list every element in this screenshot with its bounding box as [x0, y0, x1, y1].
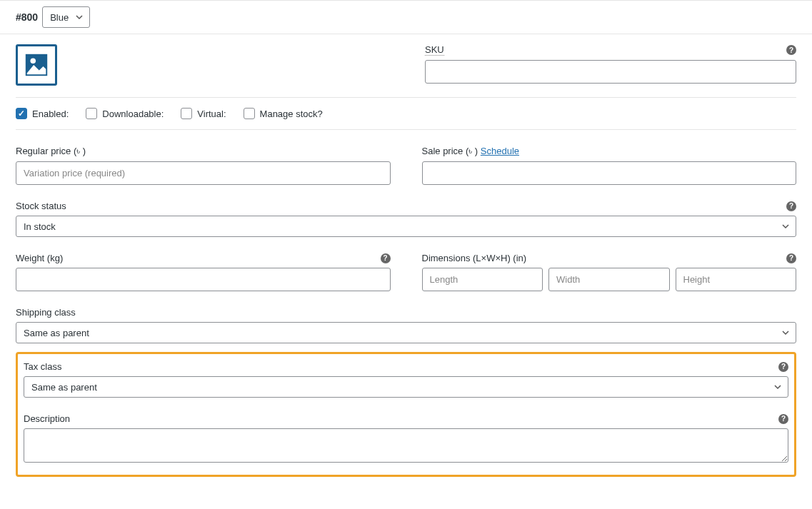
highlighted-section: Tax class ? Same as parent Description ?	[16, 352, 796, 477]
help-icon[interactable]: ?	[786, 253, 796, 263]
variation-id: #800	[16, 11, 38, 23]
manage-stock-checkbox[interactable]	[244, 108, 255, 119]
description-label: Description	[24, 413, 70, 424]
shipping-class-label: Shipping class	[16, 307, 76, 318]
enabled-checkbox[interactable]	[16, 108, 27, 119]
help-icon[interactable]: ?	[778, 414, 788, 424]
attribute-select[interactable]: Blue	[42, 6, 90, 28]
tax-class-label: Tax class	[24, 361, 61, 372]
height-input[interactable]	[676, 268, 797, 291]
weight-input[interactable]	[16, 268, 391, 291]
sale-price-label: Sale price (৳ )	[422, 146, 478, 156]
help-icon[interactable]: ?	[778, 362, 788, 372]
sale-price-input[interactable]	[422, 161, 797, 185]
help-icon[interactable]: ?	[786, 201, 796, 211]
downloadable-checkbox[interactable]	[86, 108, 97, 119]
stock-status-select[interactable]: In stock	[16, 216, 796, 237]
sku-label: SKU	[425, 44, 444, 56]
schedule-link[interactable]: Schedule	[481, 146, 519, 156]
description-textarea[interactable]	[24, 428, 788, 463]
sku-input[interactable]	[425, 60, 796, 84]
variation-header: #800 Blue	[0, 0, 812, 34]
variation-image-placeholder[interactable]	[16, 44, 57, 86]
manage-stock-label: Manage stock?	[260, 109, 323, 119]
shipping-class-select[interactable]: Same as parent	[16, 322, 796, 343]
downloadable-label: Downloadable:	[102, 109, 164, 119]
dimensions-label: Dimensions (L×W×H) (in)	[422, 253, 527, 263]
svg-point-1	[30, 59, 36, 64]
weight-label: Weight (kg)	[16, 253, 63, 263]
help-icon[interactable]: ?	[786, 45, 796, 55]
regular-price-input[interactable]	[16, 161, 391, 185]
regular-price-label: Regular price (৳ )	[16, 146, 86, 157]
divider	[16, 97, 796, 98]
image-icon	[23, 51, 50, 79]
width-input[interactable]	[548, 268, 670, 291]
enabled-label: Enabled:	[32, 109, 69, 119]
help-icon[interactable]: ?	[381, 253, 391, 263]
tax-class-select[interactable]: Same as parent	[24, 376, 788, 398]
virtual-label: Virtual:	[197, 109, 226, 119]
virtual-checkbox[interactable]	[181, 108, 192, 119]
stock-status-label: Stock status	[16, 201, 66, 211]
checkbox-row: Enabled: Downloadable: Virtual: Manage s…	[16, 106, 796, 130]
length-input[interactable]	[422, 268, 543, 291]
